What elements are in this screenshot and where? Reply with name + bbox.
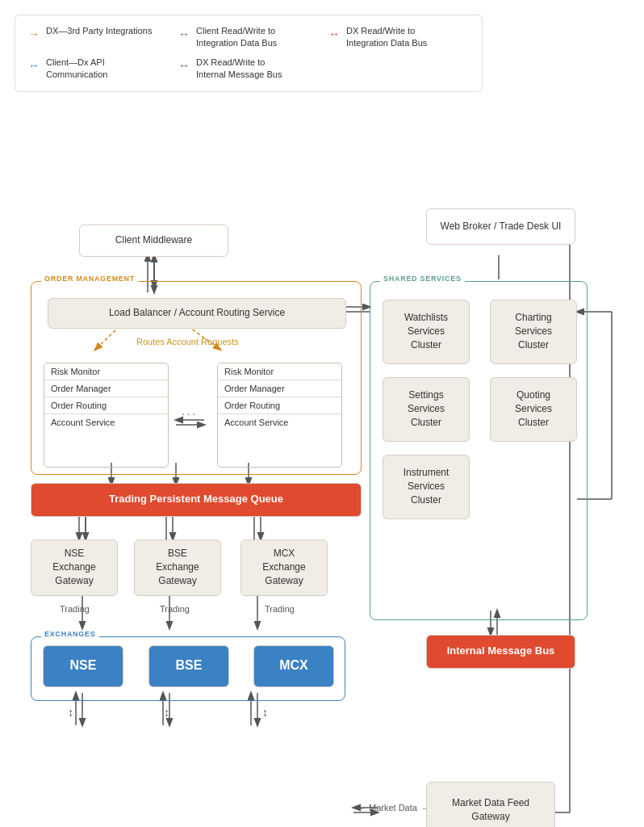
nse-gateway-label: NSE Exchange Gateway [52,547,95,587]
watchlists-label: Watchlists Services Cluster [404,311,448,351]
ellipsis-dots: ··· [182,407,197,422]
nse-box: NSE [43,645,123,687]
routes-label: Routes Account Requests [136,337,239,346]
legend-item-dx-read-write-internal: ↔ DX Read/Write toInternal Message Bus [178,57,319,82]
arrow-icon-orange: → [28,27,40,43]
legend-item-dx-3rd-party: → DX—3rd Party Integrations [28,25,169,50]
instrument-box: Instrument Services Cluster [383,455,470,519]
order-routing-2: Order Routing [218,397,341,414]
order-group-2: Risk Monitor Order Manager Order Routing… [217,363,342,468]
architecture-diagram: Client Middleware Web Broker / Trade Des… [15,111,629,827]
web-broker-label: Web Broker / Trade Desk UI [441,220,562,233]
arrow-left-icon: ← [355,802,366,814]
legend-label-dx-read-write-integration: DX Read/Write toIntegration Data Bus [346,25,427,50]
nse-gateway-box: NSE Exchange Gateway [31,539,118,596]
bse-gateway-box: BSE Exchange Gateway [134,539,221,596]
web-broker-box: Web Broker / Trade Desk UI [426,208,575,245]
trading-label-nse: Trading [60,604,90,614]
arrow-icon-gray-1: ↔ [178,27,190,43]
order-manager-1: Order Manager [44,380,168,397]
market-data-label-area: ← Market Data → [355,802,431,814]
mcx-gateway-label: MCX Exchange Gateway [262,547,305,587]
bottom-arrow-mcx: ↕ [262,706,268,719]
risk-monitor-2: Risk Monitor [218,363,341,380]
risk-monitor-1: Risk Monitor [44,363,168,380]
bse-label: BSE [176,657,203,674]
mcx-box: MCX [253,645,334,687]
nse-label: NSE [70,657,97,674]
bse-gateway-label: BSE Exchange Gateway [156,547,199,587]
market-data-text: Market Data [369,803,417,812]
bottom-arrow-nse: ↕ [68,706,73,719]
internal-message-bus-label: Internal Message Bus [447,644,555,658]
trading-label-mcx: Trading [265,604,295,614]
order-management-cluster: ORDER MANAGEMENT Load Balancer / Account… [31,281,362,475]
legend-item-client-dx-api: ↔ Client—Dx APICommunication [28,57,169,82]
legend-label-client-read-write: Client Read/Write toIntegration Data Bus [196,25,277,50]
quoting-label: Quoting Services Cluster [515,388,552,429]
arrow-icon-blue: ↔ [28,58,40,74]
shared-services-label: SHARED SERVICES [380,275,465,283]
legend-label-dx-read-write-internal: DX Read/Write toInternal Message Bus [196,57,282,82]
exchanges-label: EXCHANGES [41,630,99,638]
order-manager-2: Order Manager [218,380,341,397]
legend-item-dx-read-write-integration: ↔ DX Read/Write toIntegration Data Bus [328,25,469,50]
charting-label: Charting Services Cluster [515,311,552,351]
legend-item-client-read-write: ↔ Client Read/Write toIntegration Data B… [178,25,319,50]
legend: → DX—3rd Party Integrations ↔ Client Rea… [15,15,483,92]
market-data-feed-label: Market Data Feed Gateway [433,796,548,824]
account-service-2: Account Service [218,414,341,430]
client-middleware-label: Client Middleware [115,233,192,247]
account-service-1: Account Service [44,414,168,430]
exchanges-cluster: EXCHANGES NSE BSE MCX [31,636,345,701]
load-balancer-label: Load Balancer / Account Routing Service [109,306,285,320]
client-middleware-box: Client Middleware [79,225,228,257]
settings-box: Settings Services Cluster [383,377,470,442]
shared-services-cluster: SHARED SERVICES Watchlists Services Clus… [370,281,588,620]
instrument-label: Instrument Services Cluster [404,466,450,506]
bottom-arrow-bse: ↕ [164,706,169,719]
trading-queue-label: Trading Persistent Message Queue [109,492,283,506]
arrow-icon-red: ↔ [328,27,340,43]
arrow-icon-gray-2: ↔ [178,58,190,74]
watchlists-box: Watchlists Services Cluster [383,300,470,364]
legend-label-client-dx-api: Client—Dx APICommunication [46,57,107,82]
market-data-feed-box: Market Data Feed Gateway [426,782,555,827]
settings-label: Settings Services Cluster [408,388,445,429]
order-management-label: ORDER MANAGEMENT [41,275,138,283]
legend-label-dx-3rd-party: DX—3rd Party Integrations [46,25,152,37]
mcx-label: MCX [279,657,308,674]
quoting-box: Quoting Services Cluster [490,377,577,442]
internal-message-bus-box: Internal Message Bus [426,635,575,669]
mcx-gateway-box: MCX Exchange Gateway [240,539,328,596]
bse-box: BSE [148,645,229,687]
load-balancer-box: Load Balancer / Account Routing Service [48,298,346,329]
trading-queue-box: Trading Persistent Message Queue [31,483,362,517]
order-routing-1: Order Routing [44,397,168,414]
order-group-1: Risk Monitor Order Manager Order Routing… [44,363,169,468]
charting-box: Charting Services Cluster [490,300,577,364]
trading-label-bse: Trading [160,604,190,614]
